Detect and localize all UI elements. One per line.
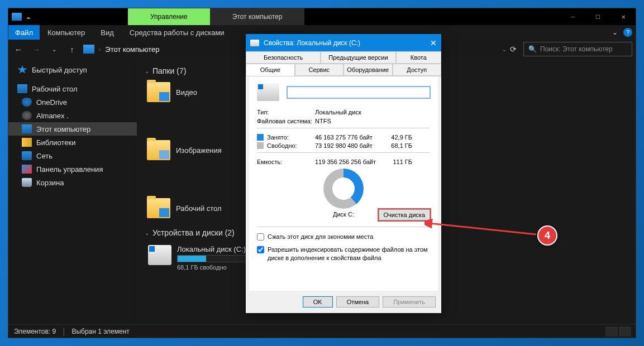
status-selected: Выбран 1 элемент [71, 328, 129, 335]
disk-name-input[interactable] [287, 86, 430, 98]
sidebar-item-label: Сеть [36, 152, 53, 160]
tab-previous-versions[interactable]: Предыдущие версии [321, 51, 395, 64]
menu-drive-tools[interactable]: Средства работы с дисками [122, 28, 232, 37]
used-gb: 42,9 ГБ [384, 134, 412, 141]
folder-pictures[interactable]: Изображения [145, 138, 242, 162]
sidebar-item-network[interactable]: Сеть [8, 149, 137, 162]
breadcrumb[interactable]: Этот компьютер [105, 45, 159, 54]
used-bytes: 46 163 275 776 байт [315, 134, 384, 141]
statusbar: Элементов: 9 | Выбран 1 элемент [8, 324, 636, 338]
apply-button: Применить [383, 296, 436, 307]
folder-desktop[interactable]: Рабочий стол [145, 196, 242, 220]
control-panel-icon [22, 165, 32, 174]
folder-icon [147, 82, 170, 102]
dialog-tabs: Безопасность Предыдущие версии Квота Общ… [246, 51, 441, 76]
menu-file[interactable]: Файл [8, 25, 40, 40]
free-swatch [257, 142, 264, 149]
used-swatch [257, 134, 264, 141]
drive-icon [148, 245, 171, 265]
cancel-button[interactable]: Отмена [336, 296, 379, 307]
type-label: Тип: [257, 109, 315, 116]
sidebar-item-label: Быстрый доступ [32, 66, 87, 74]
desktop-icon [17, 84, 27, 93]
ribbon-tab-manage[interactable]: Управление [128, 8, 210, 25]
tab-hardware[interactable]: Оборудование [344, 64, 393, 76]
index-label: Разрешить индексировать содержимое файло… [268, 246, 430, 262]
menu-view[interactable]: Вид [93, 28, 122, 37]
nav-back-button[interactable]: ← [12, 42, 25, 56]
tab-security[interactable]: Безопасность [246, 51, 321, 64]
onedrive-icon [22, 98, 32, 107]
drive-icon [257, 83, 279, 101]
compress-checkbox[interactable] [257, 233, 264, 241]
sidebar-item-this-pc[interactable]: Этот компьютер [8, 122, 137, 136]
status-elements: Элементов: 9 [14, 328, 56, 335]
sidebar-item-quick-access[interactable]: Быстрый доступ [8, 63, 137, 76]
sidebar-item-onedrive[interactable]: OneDrive [8, 95, 137, 109]
ribbon-expand-icon[interactable]: ⌄ [612, 28, 618, 36]
dialog-close-button[interactable]: ✕ [430, 39, 437, 47]
network-icon [22, 151, 32, 160]
compress-checkbox-row[interactable]: Сжать этот диск для экономии места [257, 233, 430, 241]
minimize-button[interactable]: ─ [560, 8, 585, 25]
dialog-titlebar: Свойства: Локальный диск (C:) ✕ [246, 35, 441, 51]
tab-quota[interactable]: Квота [396, 51, 441, 64]
tab-tools[interactable]: Сервис [295, 64, 344, 76]
ribbon-tab-this-pc: Этот компьютер [210, 8, 305, 25]
folder-label: Рабочий стол [176, 204, 222, 213]
recycle-bin-icon [22, 178, 32, 187]
sidebar-item-label: Рабочий стол [32, 85, 78, 93]
sidebar-item-label: Панель управления [36, 165, 103, 174]
this-pc-icon [12, 13, 22, 21]
drive-usage-bar [177, 255, 250, 262]
tab-sharing[interactable]: Доступ [393, 64, 442, 76]
disk-cleanup-button[interactable]: Очистка диска [379, 209, 430, 220]
disk-usage-chart [323, 169, 364, 209]
nav-up-button[interactable]: ↑ [65, 42, 79, 56]
help-icon[interactable]: ? [623, 28, 632, 37]
maximize-button[interactable]: ☐ [585, 8, 610, 25]
this-pc-icon [83, 45, 94, 54]
free-bytes: 73 192 980 480 байт [315, 142, 384, 149]
sidebar-item-recycle-bin[interactable]: Корзина [8, 176, 137, 189]
user-icon [22, 111, 32, 120]
close-button[interactable]: ✕ [610, 8, 636, 25]
sidebar-item-label: Almanex . [36, 112, 69, 120]
sidebar-item-label: OneDrive [36, 98, 67, 107]
folder-videos[interactable]: Видео [145, 80, 242, 104]
sidebar-item-label: Этот компьютер [36, 125, 90, 133]
sidebar-item-label: Корзина [36, 179, 64, 187]
compress-label: Сжать этот диск для экономии места [268, 233, 373, 241]
sidebar-item-control-panel[interactable]: Панель управления [8, 162, 137, 176]
used-label: Занято: [267, 134, 315, 141]
view-details-button[interactable] [605, 326, 618, 337]
addr-dropdown-icon[interactable]: ⌄ [502, 46, 507, 52]
sidebar: Быстрый доступ Рабочий стол OneDrive Alm… [8, 59, 137, 324]
chevron-right-icon: › [99, 46, 101, 52]
index-checkbox-row[interactable]: Разрешить индексировать содержимое файло… [257, 246, 430, 262]
titlebar: Управление Этот компьютер ─ ☐ ✕ [8, 8, 636, 25]
star-icon [17, 65, 27, 74]
sidebar-item-desktop[interactable]: Рабочий стол [8, 82, 137, 95]
search-icon: 🔍 [528, 45, 537, 53]
drive-icon [250, 40, 259, 46]
ok-button[interactable]: OK [303, 296, 333, 307]
nav-recent-icon[interactable]: ⌄ [47, 42, 61, 56]
libraries-icon [22, 138, 32, 147]
menu-computer[interactable]: Компьютер [40, 28, 93, 37]
refresh-button[interactable]: ⟳ [510, 45, 517, 54]
sidebar-item-libraries[interactable]: Библиотеки [8, 136, 137, 149]
tab-general[interactable]: Общие [246, 64, 295, 76]
type-value: Локальный диск [315, 109, 430, 116]
search-input[interactable]: 🔍 Поиск: Этот компьютер [523, 42, 632, 56]
dialog-footer: OK Отмена Применить [246, 291, 441, 313]
index-checkbox[interactable] [257, 246, 264, 253]
annotation-badge: 4 [537, 225, 557, 246]
capacity-gb: 111 ГБ [384, 158, 412, 165]
filesystem-label: Файловая система: [257, 118, 315, 124]
qa-dropdown-icon[interactable] [26, 17, 31, 19]
sidebar-item-user[interactable]: Almanex . [8, 109, 137, 122]
view-tiles-button[interactable] [619, 326, 631, 337]
dialog-title: Свойства: Локальный диск (C:) [264, 39, 360, 47]
free-gb: 68,1 ГБ [384, 142, 412, 149]
